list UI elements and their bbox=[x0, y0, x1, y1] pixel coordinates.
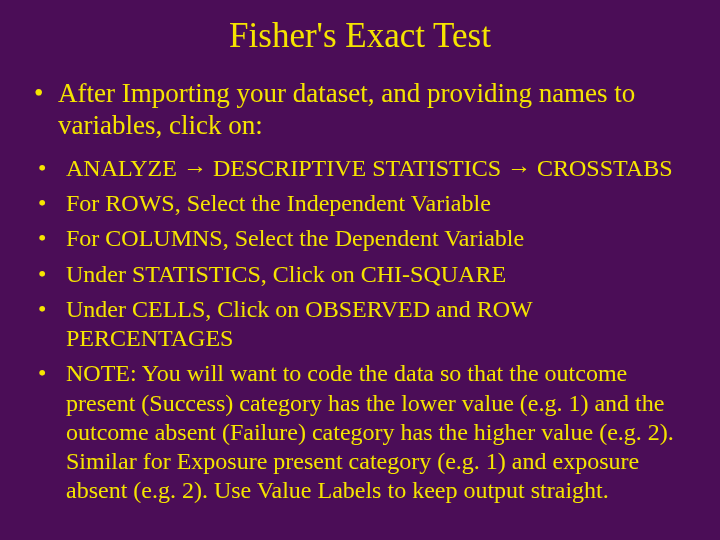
arrow-icon: → bbox=[507, 155, 531, 181]
step-text: CROSSTABS bbox=[531, 155, 672, 181]
step-note: NOTE: You will want to code the data so … bbox=[30, 359, 690, 505]
steps-list: ANALYZE → DESCRIPTIVE STATISTICS → CROSS… bbox=[30, 154, 690, 506]
slide-title: Fisher's Exact Test bbox=[30, 16, 690, 56]
slide: Fisher's Exact Test After Importing your… bbox=[0, 0, 720, 540]
step-cells: Under CELLS, Click on OBSERVED and ROW P… bbox=[30, 295, 690, 354]
step-rows: For ROWS, Select the Independent Variabl… bbox=[30, 189, 690, 218]
step-analyze: ANALYZE → DESCRIPTIVE STATISTICS → CROSS… bbox=[30, 154, 690, 183]
step-text: ANALYZE bbox=[66, 155, 183, 181]
step-text: DESCRIPTIVE STATISTICS bbox=[207, 155, 507, 181]
intro-bullet: After Importing your dataset, and provid… bbox=[30, 78, 690, 142]
step-statistics: Under STATISTICS, Click on CHI-SQUARE bbox=[30, 260, 690, 289]
intro-list: After Importing your dataset, and provid… bbox=[30, 78, 690, 142]
arrow-icon: → bbox=[183, 155, 207, 181]
step-columns: For COLUMNS, Select the Dependent Variab… bbox=[30, 224, 690, 253]
